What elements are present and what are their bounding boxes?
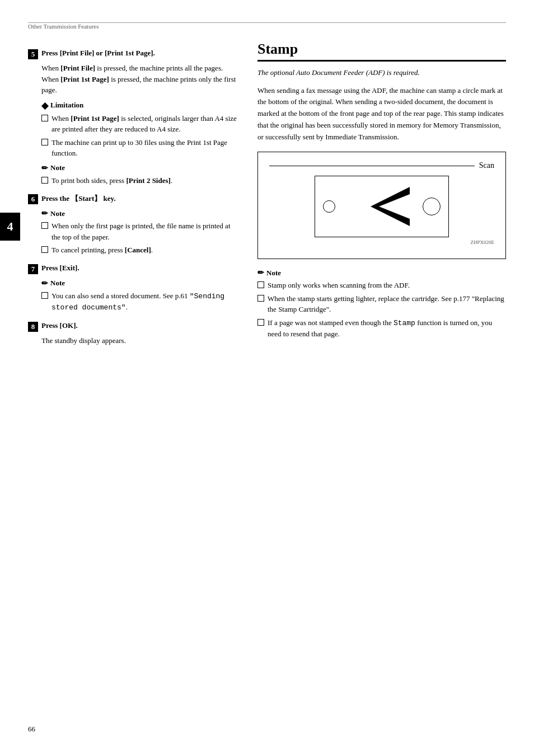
note-stamp-block: ✏ Note Stamp only works when scanning fr…: [257, 268, 506, 340]
note-7-block: ✏ Note You can also send a stored docume…: [41, 279, 241, 313]
chapter-tab: 4: [0, 213, 20, 241]
page: 4 Other Transmission Features 5 Press [P…: [0, 0, 534, 756]
note-7-list: You can also send a stored document. See…: [41, 290, 241, 313]
scan-label-row: Scan: [269, 161, 494, 170]
note-stamp-item-2: When the stamp starts getting lighter, r…: [257, 293, 506, 315]
note-stamp-item-3: If a page was not stamped even though th…: [257, 317, 506, 340]
note-5-heading: ✏ Note: [41, 163, 241, 173]
stamp-subtitle: The optional Auto Document Feeder (ADF) …: [257, 67, 506, 78]
step-6-title: Press the 【Start】 key.: [41, 194, 116, 204]
two-column-layout: 5 Press [Print File] or [Print 1st Page]…: [28, 41, 506, 350]
note-title: Note: [50, 163, 65, 172]
limitation-block: ◆ Limitation When [Print 1st Page] is se…: [41, 100, 241, 186]
limitation-item-1: When [Print 1st Page] is selected, origi…: [41, 113, 241, 135]
left-column: 5 Press [Print File] or [Print 1st Page]…: [28, 41, 241, 350]
step-8-title: Press [OK].: [41, 321, 78, 330]
note-5-list: To print both sides, press [Print 2 Side…: [41, 175, 241, 186]
limitation-title: Limitation: [50, 101, 83, 110]
step-5-title: Press [Print File] or [Print 1st Page].: [41, 49, 155, 58]
note-6-list: When only the first page is printed, the…: [41, 220, 241, 256]
bullet-icon: [41, 246, 48, 253]
step-5-heading: 5 Press [Print File] or [Print 1st Page]…: [28, 49, 241, 59]
note-6-item-2: To cancel printing, press [Cancel].: [41, 245, 241, 256]
header-bar: Other Transmission Features: [28, 22, 506, 32]
bullet-icon: [41, 115, 48, 121]
chapter-number: 4: [7, 219, 13, 234]
note-5-item-1: To print both sides, press [Print 2 Side…: [41, 175, 241, 186]
header-text: Other Transmission Features: [28, 23, 99, 30]
circle-right: [423, 198, 441, 215]
bullet-icon: [41, 222, 48, 229]
scan-arrow-line: [269, 166, 475, 167]
step-8-number: 8: [28, 322, 38, 332]
step-7-heading: 7 Press [Exit].: [28, 264, 241, 274]
machine-box: [315, 176, 449, 237]
step-5-number: 5: [28, 49, 38, 59]
step-5-body: When [Print File] is pressed, the machin…: [41, 63, 241, 96]
chevron-icon: [348, 184, 415, 229]
bullet-icon: [257, 281, 264, 288]
note-title: Note: [50, 209, 65, 218]
note-6-heading: ✏ Note: [41, 209, 241, 218]
step-8-body: The standby display appears.: [41, 335, 241, 346]
bullet-icon: [41, 177, 48, 184]
diagram-code: ZHPX020E: [471, 240, 495, 245]
note-icon: ✏: [41, 163, 48, 173]
note-7-heading: ✏ Note: [41, 279, 241, 288]
note-stamp-item-1: Stamp only works when scanning from the …: [257, 280, 506, 291]
scan-label: Scan: [479, 161, 494, 170]
note-stamp-heading: ✏ Note: [257, 268, 506, 278]
step-6-number: 6: [28, 194, 38, 204]
limitation-item-2: The machine can print up to 30 files usi…: [41, 137, 241, 159]
stamp-body: When sending a fax message using the ADF…: [257, 85, 506, 143]
step-7-title: Press [Exit].: [41, 264, 79, 273]
note-stamp-list: Stamp only works when scanning from the …: [257, 280, 506, 340]
page-number: 66: [28, 725, 35, 734]
limitation-heading: ◆ Limitation: [41, 100, 241, 111]
step-6-heading: 6 Press the 【Start】 key.: [28, 194, 241, 204]
step-7-number: 7: [28, 264, 38, 274]
bullet-icon: [257, 295, 264, 302]
circle-left: [323, 200, 335, 213]
scan-diagram: Scan ZHPX020E: [257, 152, 506, 259]
limitation-list: When [Print 1st Page] is selected, origi…: [41, 113, 241, 159]
note-6-block: ✏ Note When only the first page is print…: [41, 209, 241, 256]
note-title: Note: [266, 269, 281, 278]
note-icon: ✏: [41, 279, 48, 288]
stamp-title: Stamp: [257, 41, 506, 62]
bullet-icon: [41, 292, 48, 299]
right-column: Stamp The optional Auto Document Feeder …: [257, 41, 506, 350]
note-icon: ✏: [41, 209, 48, 218]
step-8-heading: 8 Press [OK].: [28, 321, 241, 332]
limitation-icon: ◆: [41, 100, 48, 111]
bullet-icon: [257, 319, 264, 326]
bullet-icon: [41, 139, 48, 145]
note-title: Note: [50, 279, 65, 288]
note-6-item-1: When only the first page is printed, the…: [41, 220, 241, 242]
note-7-item-1: You can also send a stored document. See…: [41, 290, 241, 313]
note-icon: ✏: [257, 268, 264, 278]
